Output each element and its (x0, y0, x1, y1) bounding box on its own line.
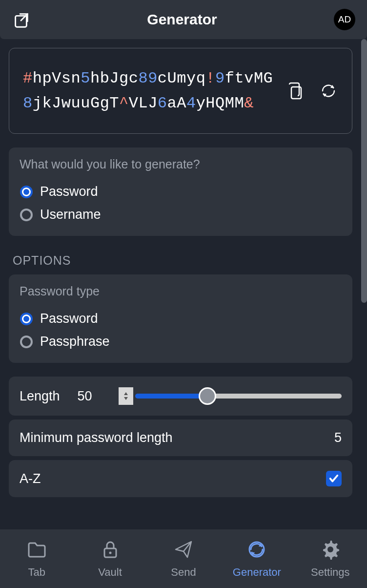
nav-item-send[interactable]: Send (152, 539, 215, 579)
svg-point-6 (22, 210, 31, 219)
nav-label: Tab (28, 566, 45, 579)
uppercase-checkbox[interactable] (326, 471, 342, 486)
generate-type-option-username[interactable]: Username (20, 203, 342, 226)
password-type-option-passphrase[interactable]: Passphrase (20, 330, 342, 353)
length-stepper[interactable] (119, 387, 133, 405)
lock-icon (100, 539, 121, 563)
generate-type-question: What would you like to generate? (20, 157, 342, 171)
radio-label: Password (40, 184, 98, 199)
folder-icon (26, 539, 47, 563)
uppercase-row[interactable]: A-Z (9, 460, 352, 497)
send-icon (173, 539, 194, 563)
avatar[interactable]: AD (334, 9, 355, 30)
svg-point-15 (327, 546, 333, 552)
uppercase-label: A-Z (20, 471, 41, 486)
nav-label: Vault (98, 566, 122, 579)
nav-item-vault[interactable]: Vault (79, 539, 142, 579)
copy-icon[interactable] (285, 81, 305, 101)
nav-item-settings[interactable]: Settings (299, 539, 362, 579)
generate-type-option-password[interactable]: Password (20, 180, 342, 203)
min-length-label: Minimum password length (20, 430, 173, 445)
svg-point-4 (23, 189, 29, 195)
nav-label: Settings (311, 566, 350, 579)
svg-point-13 (109, 552, 111, 554)
nav-label: Generator (233, 566, 281, 579)
password-type-label: Password type (20, 284, 342, 298)
radio-label: Passphrase (40, 334, 110, 349)
password-type-card: Password type PasswordPassphrase (9, 274, 352, 363)
app-header: Generator AD (0, 0, 367, 39)
length-value: 50 (78, 389, 92, 404)
min-length-value: 5 (334, 430, 342, 445)
nav-label: Send (171, 566, 196, 579)
regenerate-icon[interactable] (319, 81, 338, 101)
content-area: #hpVsn5hbJgc89cUmyq!9ftvMG8jkJwuuGgT^VLJ… (0, 39, 361, 529)
bottom-nav: TabVaultSendGeneratorSettings (0, 529, 367, 588)
slider-thumb[interactable] (199, 387, 216, 405)
scrollbar[interactable] (361, 39, 367, 308)
length-row: Length 50 (9, 377, 352, 416)
nav-item-generator[interactable]: Generator (225, 539, 288, 579)
nav-item-tab[interactable]: Tab (5, 539, 68, 579)
generated-password-text: #hpVsn5hbJgc89cUmyq!9ftvMG8jkJwuuGgT^VLJ… (23, 66, 276, 116)
options-section-label: OPTIONS (13, 253, 352, 268)
min-length-row[interactable]: Minimum password length 5 (9, 420, 352, 456)
password-type-option-password[interactable]: Password (20, 307, 342, 330)
svg-point-9 (23, 316, 29, 322)
svg-point-11 (22, 337, 31, 346)
radio-label: Username (40, 207, 101, 222)
length-label: Length (20, 389, 60, 404)
radio-label: Password (40, 311, 98, 326)
refresh-icon (246, 539, 267, 563)
generated-password-box: #hpVsn5hbJgc89cUmyq!9ftvMG8jkJwuuGgT^VLJ… (9, 48, 352, 134)
page-title: Generator (147, 11, 217, 28)
gear-icon (320, 539, 341, 563)
generate-type-card: What would you like to generate? Passwor… (9, 147, 352, 236)
length-slider[interactable] (135, 394, 342, 399)
popout-icon[interactable] (12, 10, 30, 29)
